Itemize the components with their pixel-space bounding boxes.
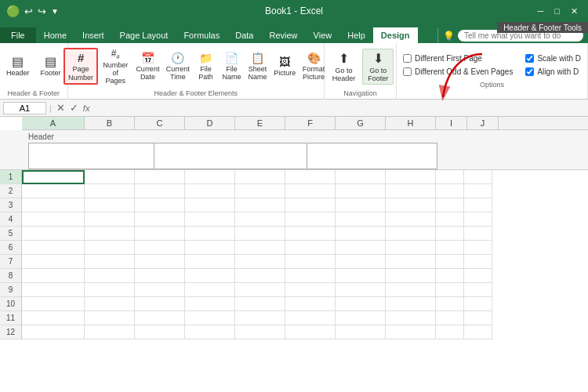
- header-btn[interactable]: ▤ Header: [2, 53, 34, 80]
- grid-cell[interactable]: [386, 297, 436, 311]
- grid-cell[interactable]: [464, 283, 492, 297]
- grid-cell[interactable]: [85, 198, 135, 212]
- file-name-btn[interactable]: 📄 FileName: [220, 49, 245, 83]
- grid-cell[interactable]: [436, 184, 464, 198]
- tab-home[interactable]: Home: [36, 27, 74, 43]
- grid-cell[interactable]: [22, 227, 85, 241]
- grid-cell[interactable]: [22, 283, 85, 297]
- page-number-btn[interactable]: # PageNumber: [64, 48, 97, 85]
- grid-cell[interactable]: [436, 241, 464, 255]
- grid-cell[interactable]: [285, 227, 336, 241]
- grid-cell[interactable]: [336, 184, 386, 198]
- grid-cell[interactable]: [22, 325, 85, 339]
- grid-cell[interactable]: [85, 283, 135, 297]
- grid-cell[interactable]: [235, 269, 285, 283]
- grid-cell[interactable]: [22, 255, 85, 269]
- grid-cell[interactable]: [185, 311, 235, 325]
- undo-btn[interactable]: ↩: [24, 5, 33, 17]
- grid-cell[interactable]: [185, 212, 235, 227]
- tab-file[interactable]: File: [0, 27, 36, 43]
- grid-cell[interactable]: [235, 241, 285, 255]
- grid-cell[interactable]: [336, 297, 386, 311]
- grid-cell[interactable]: [235, 325, 285, 339]
- col-header-g[interactable]: G: [336, 117, 386, 129]
- grid-cell[interactable]: [85, 297, 135, 311]
- grid-cell[interactable]: [285, 325, 336, 339]
- qa-dropdown[interactable]: ▼: [51, 7, 59, 16]
- header-left-box[interactable]: [28, 143, 154, 169]
- col-header-j[interactable]: J: [467, 117, 499, 129]
- redo-btn[interactable]: ↪: [38, 5, 46, 17]
- grid-cell[interactable]: [235, 212, 285, 227]
- grid-cell[interactable]: [235, 170, 285, 184]
- grid-cell[interactable]: [135, 170, 185, 184]
- grid-cell[interactable]: [22, 184, 85, 198]
- grid-cell[interactable]: [285, 297, 336, 311]
- grid-cell[interactable]: [285, 198, 336, 212]
- grid-cell[interactable]: [386, 241, 436, 255]
- grid-cell[interactable]: [85, 170, 135, 184]
- grid-cell[interactable]: [185, 227, 235, 241]
- col-header-f[interactable]: F: [285, 117, 336, 129]
- grid-cell[interactable]: [386, 325, 436, 339]
- grid-cell[interactable]: [464, 325, 492, 339]
- grid-cell[interactable]: [436, 311, 464, 325]
- grid-cell[interactable]: [336, 255, 386, 269]
- align-with-checkbox[interactable]: [525, 67, 534, 76]
- confirm-formula-btn[interactable]: ✓: [68, 102, 80, 114]
- grid-cell[interactable]: [336, 269, 386, 283]
- grid-cell[interactable]: [386, 227, 436, 241]
- grid-cell[interactable]: [436, 325, 464, 339]
- tab-view[interactable]: View: [306, 27, 340, 43]
- grid-cell[interactable]: [235, 283, 285, 297]
- grid-cell[interactable]: [185, 170, 235, 184]
- grid-cell[interactable]: [386, 212, 436, 227]
- col-header-d[interactable]: D: [185, 117, 235, 129]
- tab-review[interactable]: Review: [261, 27, 305, 43]
- grid-cell[interactable]: [464, 297, 492, 311]
- grid-cell[interactable]: [85, 269, 135, 283]
- grid-cell[interactable]: [436, 255, 464, 269]
- go-to-header-btn[interactable]: ⬆ Go toHeader: [327, 49, 361, 85]
- go-to-footer-btn[interactable]: ⬇ Go toFooter: [362, 49, 394, 85]
- grid-cell[interactable]: [436, 283, 464, 297]
- current-time-btn[interactable]: 🕐 CurrentTime: [163, 49, 192, 83]
- grid-cell[interactable]: [235, 227, 285, 241]
- grid-cell[interactable]: [285, 212, 336, 227]
- grid-cell[interactable]: [336, 241, 386, 255]
- grid-cell[interactable]: [336, 198, 386, 212]
- grid-cell[interactable]: [135, 198, 185, 212]
- col-header-c[interactable]: C: [135, 117, 185, 129]
- grid-cell[interactable]: [135, 212, 185, 227]
- grid-cell[interactable]: [436, 269, 464, 283]
- format-picture-btn[interactable]: 🎨 FormatPicture: [299, 49, 328, 83]
- grid-cell[interactable]: [85, 227, 135, 241]
- scale-with-checkbox[interactable]: [525, 54, 534, 63]
- grid-cell[interactable]: [464, 255, 492, 269]
- grid-cell[interactable]: [436, 227, 464, 241]
- grid-cell[interactable]: [464, 198, 492, 212]
- col-header-b[interactable]: B: [85, 117, 135, 129]
- grid-cell[interactable]: [436, 297, 464, 311]
- grid-cell[interactable]: [285, 269, 336, 283]
- grid-cell[interactable]: [386, 311, 436, 325]
- grid-cell[interactable]: [386, 283, 436, 297]
- grid-cell[interactable]: [135, 325, 185, 339]
- current-date-btn[interactable]: 📅 CurrentDate: [133, 49, 162, 83]
- grid-cell[interactable]: [185, 241, 235, 255]
- grid-cell[interactable]: [285, 311, 336, 325]
- grid-cell[interactable]: [386, 269, 436, 283]
- grid-cell[interactable]: [464, 227, 492, 241]
- file-path-btn[interactable]: 📁 FilePath: [194, 49, 219, 83]
- col-header-e[interactable]: E: [235, 117, 285, 129]
- col-header-i[interactable]: I: [436, 117, 467, 129]
- grid-cell[interactable]: [285, 170, 336, 184]
- grid-cell[interactable]: [185, 297, 235, 311]
- grid-cell[interactable]: [22, 170, 85, 184]
- grid-cell[interactable]: [185, 255, 235, 269]
- header-right-box[interactable]: [307, 143, 437, 169]
- different-first-checkbox[interactable]: [403, 54, 412, 63]
- tab-formulas[interactable]: Formulas: [176, 27, 227, 43]
- grid-cell[interactable]: [464, 241, 492, 255]
- grid-cell[interactable]: [135, 269, 185, 283]
